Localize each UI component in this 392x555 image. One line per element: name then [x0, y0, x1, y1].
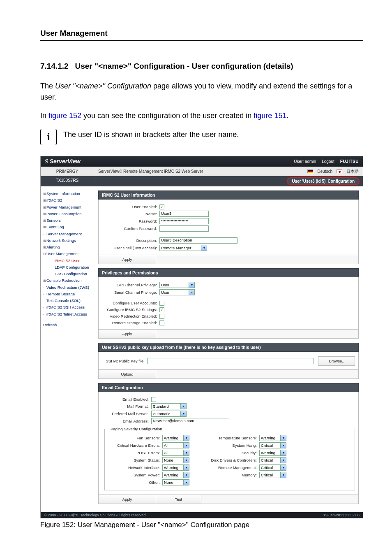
dropdown-serial-priv[interactable]: User▾	[159, 289, 195, 295]
dropdown-severity[interactable]: Critical▾	[259, 472, 286, 478]
severity-label: Remote Management:	[206, 465, 259, 470]
nav-item[interactable]: ·Remote Storage	[43, 291, 92, 297]
apply-button-email[interactable]: Apply	[99, 495, 156, 504]
dropdown-mail-server[interactable]: Automatic▾	[151, 411, 187, 417]
checkbox-user-enabled[interactable]: ✓	[159, 204, 164, 209]
severity-label: POST Errors:	[109, 451, 162, 455]
nav-item[interactable]: ⊞Alerting	[43, 244, 92, 251]
upload-button[interactable]: Upload	[99, 370, 156, 379]
chevron-down-icon: ▾	[280, 435, 286, 441]
dropdown-severity[interactable]: Critical▾	[259, 442, 286, 448]
nav-item[interactable]: ⊞Power Consumption	[43, 211, 92, 217]
figure-link-152[interactable]: figure 152	[48, 111, 81, 120]
input-email-addr[interactable]: NewUser@domain.com	[151, 418, 229, 424]
lang-de[interactable]: Deutsch	[317, 169, 332, 174]
lang-jp[interactable]: 日本語	[346, 169, 359, 174]
apply-button-userinfo[interactable]: Apply	[99, 255, 156, 264]
nav-item[interactable]: ·iRMC S2 SSH Access	[43, 304, 92, 311]
nav-label: Remote Storage	[46, 292, 75, 296]
dropdown-severity[interactable]: None▾	[162, 457, 189, 463]
tree-icon: ·	[43, 292, 46, 297]
nav-item[interactable]: ⊞Console Redirection	[43, 277, 92, 284]
nav-label: iRMC S2	[46, 198, 62, 202]
checkbox-vre[interactable]	[159, 314, 164, 319]
label-user-enabled: User Enabled:	[102, 204, 159, 209]
label-lan-priv: LAN Channel Privilege:	[102, 283, 159, 287]
checkbox-cfg-users[interactable]	[159, 301, 164, 306]
nav-item[interactable]: CAS Configuration	[43, 271, 92, 277]
severity-label: Other:	[109, 480, 162, 485]
label-rse: Remote Storage Enabled:	[102, 320, 159, 325]
input-password[interactable]: ••••••••••••••••••••	[159, 218, 209, 224]
label-cfg-users: Configure User Accounts:	[102, 301, 159, 305]
chevron-down-icon: ▾	[183, 443, 189, 448]
logout-link[interactable]: Logout	[322, 159, 334, 164]
dropdown-severity[interactable]: None▾	[162, 479, 189, 485]
dropdown-severity[interactable]: Critical▾	[259, 464, 286, 471]
panel-body-userinfo: User Enabled:✓ Name:User3 Password:•••••…	[98, 200, 359, 255]
panel-head-email: Email Configuration	[98, 383, 359, 392]
dropdown-value: User	[160, 283, 189, 287]
checkbox-cfg-irmc[interactable]: ✓	[159, 307, 164, 312]
section-heading: 7.14.1.2 User "<name>" Configuration - U…	[40, 62, 363, 71]
nav-label: iRMC S2 SSH Access	[46, 305, 85, 309]
severity-label: System Status:	[109, 458, 162, 462]
input-ssh-file[interactable]	[147, 358, 314, 364]
label-cfg-irmc: Configure iRMC S2 Settings:	[102, 307, 159, 312]
nav-item[interactable]: LDAP Configuration	[43, 264, 92, 271]
nav-item[interactable]: ·Server Management	[43, 231, 92, 237]
label-vre: Video Redirection Enabled:	[102, 314, 159, 318]
chevron-down-icon: ▾	[189, 290, 194, 295]
dropdown-severity[interactable]: Critical▾	[259, 457, 286, 463]
test-button-email[interactable]: Test	[156, 495, 201, 504]
nav-item[interactable]: ⊞Network Settings	[43, 237, 92, 244]
nav-item[interactable]: ⊞iRMC S2	[43, 197, 92, 204]
serverview-logo: S ServerView	[45, 158, 81, 165]
nav-item[interactable]: ·iRMC S2 Telnet Access	[43, 311, 92, 318]
input-name[interactable]: User3	[159, 211, 209, 217]
nav-item[interactable]: iRMC S2 User	[43, 258, 92, 264]
dropdown-value: Critical	[260, 473, 280, 477]
label-serial-priv: Serial Channel Privilege:	[102, 290, 159, 295]
panel-head-ssh: User SSHv2 public key upload from file (…	[98, 343, 359, 352]
dropdown-severity[interactable]: All▾	[162, 442, 189, 448]
tree-icon: ⊞	[43, 205, 46, 210]
chevron-down-icon: ▾	[183, 472, 189, 478]
context-bar: TX150S7RS User 'User3 (Id 5)' Configurat…	[41, 176, 363, 186]
dropdown-severity[interactable]: Warning▾	[259, 435, 286, 441]
dropdown-severity[interactable]: Warning▾	[162, 435, 189, 441]
paragraph-2: In figure 152 you can see the configurat…	[40, 110, 363, 121]
nav-item[interactable]: ⊞System Information	[43, 190, 92, 197]
input-confirm-password[interactable]	[159, 225, 209, 232]
nav-label: Alerting	[46, 245, 60, 249]
figure-link-151[interactable]: figure 151	[254, 111, 286, 120]
dropdown-severity[interactable]: All▾	[162, 450, 189, 456]
checkbox-rse[interactable]	[159, 320, 164, 325]
chevron-down-icon: ▾	[183, 457, 189, 463]
dropdown-lan-priv[interactable]: User▾	[159, 282, 195, 288]
nav-item[interactable]: ·Video Redirection (JWS)	[43, 284, 92, 291]
dropdown-severity[interactable]: Warning▾	[162, 464, 189, 471]
nav-item[interactable]: ⊟User Management	[43, 251, 92, 257]
info-icon: i	[40, 129, 57, 145]
browse-button[interactable]: Browse..	[318, 356, 355, 366]
panel-body-ssh: SSHv2 Public Key file: Browse..	[98, 352, 359, 370]
logo-text: ServerView	[50, 158, 81, 165]
nav-item[interactable]: ⊞Power Management	[43, 204, 92, 211]
dropdown-shell-value: Remote Manager	[160, 246, 201, 250]
dropdown-severity[interactable]: Warning▾	[259, 450, 286, 456]
input-description[interactable]: User3 Description	[159, 237, 238, 244]
nav-item[interactable]: ⊞Event Log	[43, 224, 92, 230]
dropdown-shell[interactable]: Remote Manager▾	[159, 245, 207, 251]
fieldset-legend: Paging Severity Configuration	[109, 427, 164, 431]
nav-refresh[interactable]: Refresh	[43, 322, 92, 328]
chevron-down-icon: ▾	[183, 465, 189, 470]
nav-label: System Information	[46, 191, 80, 196]
chevron-down-icon: ▾	[189, 282, 194, 288]
dropdown-mail-format[interactable]: Standard▾	[151, 403, 187, 409]
nav-item[interactable]: ⊞Sensors	[43, 217, 92, 224]
apply-button-priv[interactable]: Apply	[99, 330, 156, 338]
nav-item[interactable]: ·Text Console (SOL)	[43, 297, 92, 304]
dropdown-severity[interactable]: Warning▾	[162, 472, 189, 478]
checkbox-email-enabled[interactable]	[151, 397, 156, 402]
